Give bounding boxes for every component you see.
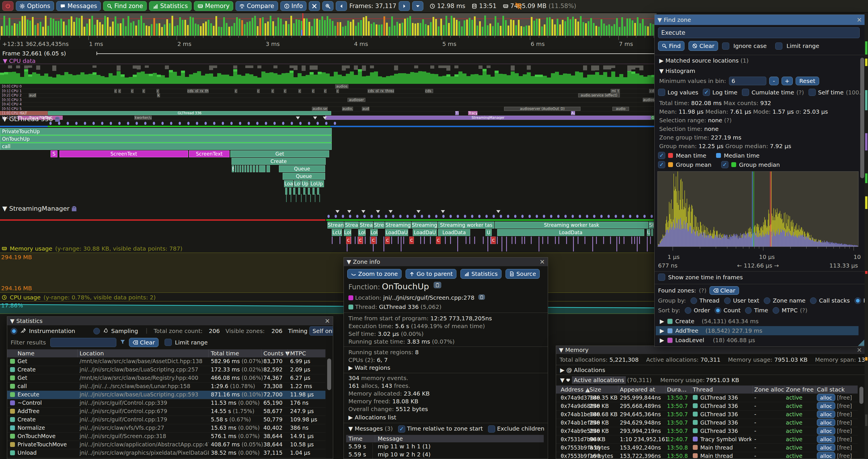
sample-dot[interactable] (371, 215, 373, 218)
sample-dot[interactable] (161, 122, 164, 125)
group-mean-checkbox[interactable]: ✓ (658, 161, 665, 168)
statistics-table-body[interactable]: Get/mnt/e/claw/src/claw/base/AssetDict.h… (7, 357, 326, 459)
cpu-row[interactable]: [0:4] CPU 4 (0, 102, 657, 107)
group-by-row-option-radio[interactable] (690, 297, 697, 304)
time-relative-checkbox[interactable]: ✓ (398, 425, 405, 433)
find-button[interactable]: Find (658, 41, 684, 51)
sample-dot[interactable] (334, 122, 336, 125)
cpu-zone[interactable]: c (336, 89, 339, 93)
timeline-zone[interactable]: Streaming (412, 222, 437, 229)
timeline-zone[interactable]: LoU (370, 229, 378, 236)
alloc-callstack-button[interactable]: alloc (817, 452, 835, 459)
timeline-zone[interactable] (298, 188, 300, 195)
timeline-zone[interactable]: U (647, 229, 650, 236)
contention-zone[interactable]: C (371, 236, 376, 244)
sample-dot[interactable] (239, 122, 241, 125)
timeline-zone[interactable] (237, 165, 239, 172)
sample-dot[interactable] (615, 215, 617, 218)
close-icon[interactable]: ✕ (857, 347, 862, 354)
filter-clear-button[interactable]: Clear (129, 338, 159, 347)
table-row[interactable]: Get/mnt/e/claw/src/claw/base/AssetDict.h… (7, 357, 326, 366)
group-by-row-option-radio[interactable] (764, 297, 770, 304)
sample-dot[interactable] (110, 122, 112, 125)
timeline-ruler[interactable]: +12:31 362,643,435ns1 ms2 ms3 ms4 ms5 ms… (0, 36, 657, 49)
table-row[interactable]: 0x74ab9e5040256 KB293,994,219ns13:50.7GL… (556, 427, 858, 435)
column-header[interactable]: Call stack (817, 386, 845, 393)
sample-dot[interactable] (450, 215, 452, 218)
min-bin-input[interactable]: 6 (729, 77, 766, 85)
cpu-zone[interactable]: Ti (455, 111, 459, 115)
cpu-zone[interactable]: audioserver (AudioOut_D) (504, 107, 581, 111)
sample-dot[interactable] (342, 215, 344, 218)
cpu-zone[interactable]: mi_t (611, 89, 620, 93)
sample-dot[interactable] (335, 215, 337, 218)
timeline-zone[interactable]: Streaming worker tas (438, 222, 494, 229)
column-header[interactable]: Location (80, 350, 104, 357)
sample-dot[interactable] (442, 215, 445, 218)
zone-info-titlebar[interactable]: ▼ Zone info✕ (344, 258, 548, 266)
column-header[interactable]: Appeared at (620, 386, 655, 393)
log-time-checkbox[interactable]: ✓ (703, 89, 710, 96)
table-row[interactable]: Get/mnt/e/claw/src/claw/base/Registry.hp… (7, 374, 326, 383)
cpu-zone[interactable]: Au (571, 111, 575, 115)
timeline-zone[interactable]: Queue (283, 173, 325, 180)
active-allocations-row[interactable]: ▼ Active allocations (70,311)Memory usag… (560, 376, 739, 384)
find-zone-search-input[interactable]: Execute (658, 27, 860, 38)
sample-dot[interactable] (378, 215, 380, 218)
column-header[interactable]: Message (378, 435, 403, 442)
timeline-zone[interactable]: Get (230, 151, 329, 157)
find-zone-button[interactable]: Find zone (103, 1, 147, 11)
cpu-row[interactable]: GLTGLThread 336TiTracyAu[1:0] CPU 6 (0, 111, 657, 116)
message-marker-icon[interactable] (376, 210, 380, 213)
timeline-zone[interactable]: Up (301, 180, 309, 187)
memory-titlebar[interactable]: ▼ Memory✕ (556, 346, 865, 354)
sample-dot[interactable] (127, 122, 129, 125)
timeline-zone[interactable]: call (0, 143, 332, 150)
sample-dot[interactable] (550, 215, 552, 218)
cpu-row[interactable]: audkaudio.service (effect)[0:2] CPU 2 (0, 93, 657, 98)
contention-zone[interactable]: C (491, 236, 496, 244)
table-row[interactable]: 0x74a9d68040256 KB295,668,489ns13:50.7GL… (556, 402, 858, 411)
cpu-zone[interactable]: c (299, 89, 301, 93)
show-zone-time-checkbox[interactable] (658, 273, 665, 281)
streaming-section-header[interactable]: ▼ StreamingManager (2, 205, 76, 212)
column-header[interactable]: Total time (211, 350, 239, 357)
cpu-row[interactable]: audioseraudioser[0:3] CPU 3 (0, 98, 657, 102)
found-zone-row[interactable]: ▶AddTree(18,542) 227.19 ms (656, 326, 859, 335)
allocations-list-expander[interactable]: ▶ Allocations list (348, 414, 396, 421)
sample-dot[interactable] (557, 215, 560, 218)
sample-dot[interactable] (205, 122, 207, 125)
wait-regions-expander[interactable]: ▶ Wait regions (348, 364, 390, 371)
cpu-row[interactable]: Tracy Profilerkworker/uStreamingManagerG… (0, 116, 657, 120)
memory-button[interactable]: Memory (194, 1, 233, 11)
sample-dot[interactable] (521, 215, 524, 218)
copy-button[interactable] (434, 282, 441, 288)
sample-dot[interactable] (58, 122, 60, 125)
sample-dot[interactable] (291, 122, 293, 125)
sample-dot[interactable] (579, 215, 581, 218)
timeline-zone[interactable] (235, 165, 237, 172)
statistics-button[interactable]: Statistics (460, 269, 501, 279)
memory-plot-header[interactable]: Memory usage(y-range: 30.88 KB, visible … (2, 245, 182, 252)
sample-dot[interactable] (179, 122, 181, 125)
table-row[interactable]: 0x74ab1be040186.68 KB294,645,364ns13:50.… (556, 410, 858, 419)
timeline-zone[interactable]: ScreenText (59, 151, 188, 157)
contention-zone[interactable]: C (385, 236, 390, 244)
message-marker-icon[interactable] (441, 210, 445, 213)
timeline-zone[interactable]: LoU (344, 229, 351, 236)
timeline-zone[interactable]: LoU (294, 180, 301, 187)
timeline-zone[interactable] (253, 165, 255, 172)
limit-range-checkbox[interactable] (775, 42, 782, 50)
table-row[interactable]: 0x7553b9fa9016 bytes153,722,396ns13:50.8… (556, 452, 858, 459)
memory-scrollbar[interactable] (859, 387, 863, 404)
sample-dot[interactable] (282, 122, 284, 125)
sample-dot[interactable] (586, 215, 588, 218)
sample-dot[interactable] (349, 215, 351, 218)
timeline-zone[interactable]: Streaming (385, 222, 411, 229)
sample-dot[interactable] (196, 122, 198, 125)
cpu-zone[interactable]: c (272, 89, 274, 93)
mean-time-checkbox[interactable]: ✓ (658, 152, 665, 159)
table-row[interactable]: 0x7531d7b04096 KB1:10 234,952,16112:40.7… (556, 435, 858, 444)
sample-dot[interactable] (464, 215, 466, 218)
options-button[interactable]: Options (16, 1, 54, 11)
